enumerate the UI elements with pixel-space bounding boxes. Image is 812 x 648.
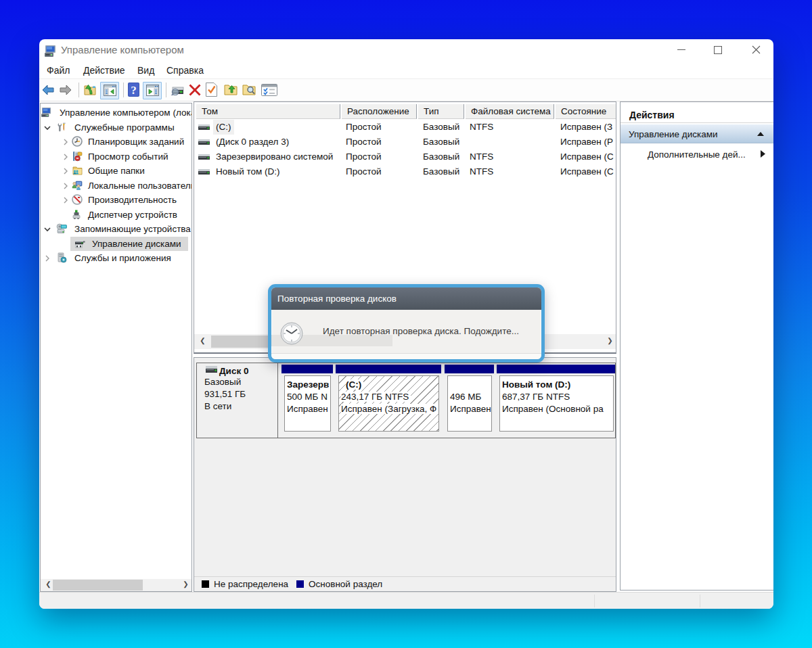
svg-text:?: ? bbox=[131, 84, 137, 97]
